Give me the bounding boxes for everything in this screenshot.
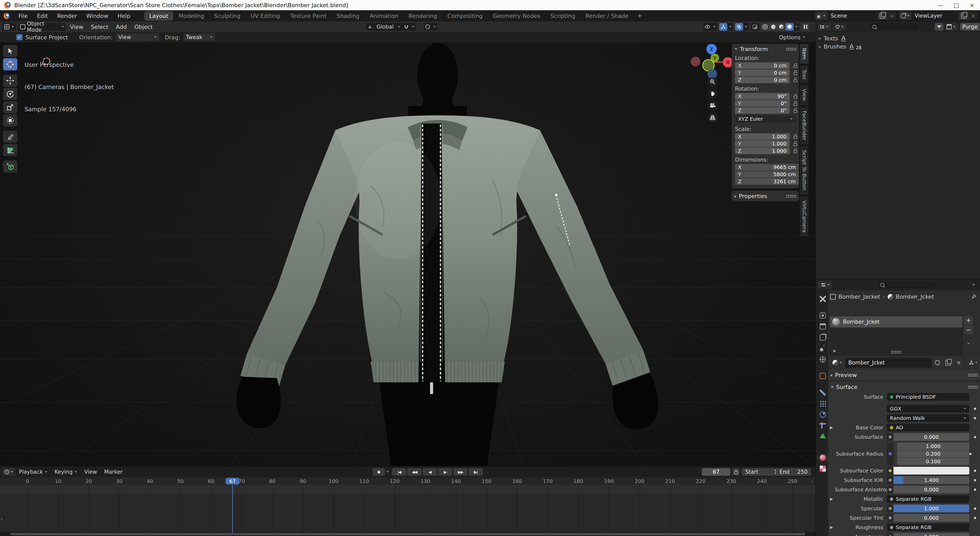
- node-link-field[interactable]: Separate RGB: [887, 523, 969, 531]
- dropdown-field[interactable]: GGX: [887, 405, 969, 412]
- lock-icon[interactable]: [793, 134, 798, 139]
- material-slot-list[interactable]: Bomber_Jcket ▶: [829, 316, 963, 355]
- next-keyframe[interactable]: ▶▶: [453, 468, 468, 476]
- delete-viewlayer-button[interactable]: ×: [969, 12, 978, 20]
- playhead-tag[interactable]: 67: [226, 478, 239, 484]
- node-link-field[interactable]: Principled BSDF: [887, 393, 969, 401]
- workspace-tab[interactable]: Rendering: [404, 11, 442, 21]
- copy-material-button[interactable]: [943, 358, 953, 367]
- delete-scene-button[interactable]: ×: [887, 12, 897, 20]
- slot-specials-dropdown[interactable]: [964, 339, 973, 348]
- panel-drag-grip[interactable]: [786, 194, 796, 197]
- list-resize-grip[interactable]: [891, 350, 901, 353]
- decorator-dot[interactable]: [969, 517, 980, 519]
- minimize-button[interactable]: —: [932, 0, 948, 10]
- add-workspace-button[interactable]: +: [634, 12, 646, 19]
- panel-drag-grip[interactable]: [968, 385, 978, 388]
- maximize-button[interactable]: □: [948, 0, 964, 10]
- lock-icon[interactable]: [793, 101, 798, 106]
- sidebar-tab[interactable]: FaceBuilder: [800, 107, 808, 145]
- transform-panel-header[interactable]: Transform: [732, 45, 799, 53]
- viewport-menu-item[interactable]: Select: [87, 24, 112, 30]
- axis-x-button[interactable]: X: [723, 57, 733, 67]
- sidebar-tab[interactable]: VirtuCamera: [800, 196, 808, 237]
- lock-icon[interactable]: [793, 70, 798, 75]
- workspace-tab[interactable]: Animation: [364, 11, 403, 21]
- new-scene-button[interactable]: [877, 12, 887, 20]
- decorator-dot[interactable]: [969, 470, 980, 472]
- jump-to-start[interactable]: |◀: [392, 468, 406, 476]
- properties-tab[interactable]: [818, 411, 828, 418]
- shading-dropdown[interactable]: [794, 23, 799, 31]
- surface-project-checkbox[interactable]: ✓: [16, 34, 22, 40]
- workspace-tab[interactable]: Shading: [331, 11, 364, 21]
- list-expand-icon[interactable]: ▶: [833, 348, 836, 353]
- value-slider[interactable]: 0.200: [897, 450, 969, 458]
- panel-drag-grip[interactable]: [968, 374, 978, 377]
- properties-subpanel-header[interactable]: ▸ Properties: [732, 192, 799, 200]
- options-dropdown[interactable]: Options: [779, 34, 805, 41]
- filter-button[interactable]: [935, 23, 943, 31]
- node-link-field[interactable]: AO: [887, 424, 969, 431]
- decorator-dot[interactable]: [969, 507, 980, 510]
- sidebar-tab[interactable]: Tool: [800, 65, 808, 83]
- material-link-dropdown[interactable]: [967, 358, 980, 367]
- menu-item[interactable]: Window: [82, 13, 113, 19]
- viewlayer-icon[interactable]: [899, 12, 912, 20]
- camera-view-button[interactable]: [708, 100, 718, 111]
- outliner-row[interactable]: ▸ Brushes 28: [816, 42, 980, 51]
- axis-z-button[interactable]: Z: [706, 44, 717, 54]
- material-slot-selected[interactable]: Bomber_Jcket: [830, 316, 963, 328]
- value-slider[interactable]: 0.000: [894, 486, 969, 493]
- breadcrumb-material[interactable]: Bomber_Jcket: [896, 294, 934, 300]
- workspace-tab[interactable]: Layout: [144, 11, 173, 21]
- scale-field[interactable]: X1.000: [735, 133, 790, 140]
- proportional-edit-icon[interactable]: [424, 23, 432, 31]
- workspace-tab[interactable]: Geometry Nodes: [488, 11, 546, 21]
- remove-slot-button[interactable]: −: [964, 326, 973, 334]
- viewport-3d[interactable]: User Perspective (67) Cameras | Bomber_J…: [0, 42, 815, 466]
- panel-drag-grip[interactable]: [786, 48, 796, 51]
- dimension-field[interactable]: Y5800 cm: [735, 171, 799, 178]
- show-overlays-icon[interactable]: [735, 23, 743, 31]
- playhead-line[interactable]: [232, 485, 233, 533]
- node-socket[interactable]: [887, 476, 894, 484]
- orientation-dropdown[interactable]: View: [116, 33, 159, 41]
- timeline-menu-item[interactable]: Marker: [100, 469, 126, 475]
- node-socket[interactable]: [887, 504, 894, 512]
- scene-icon[interactable]: [815, 12, 828, 20]
- node-socket[interactable]: [887, 514, 894, 522]
- lock-icon[interactable]: [793, 94, 798, 99]
- cursor-3d-tool[interactable]: [3, 58, 18, 70]
- color-swatch[interactable]: [894, 467, 969, 474]
- visibility-dropdown[interactable]: [711, 23, 717, 31]
- measure-tool[interactable]: [3, 144, 18, 156]
- rotation-field[interactable]: Y0°: [735, 100, 790, 107]
- workspace-tab[interactable]: Texture Paint: [285, 11, 331, 21]
- outliner-row[interactable]: ▸ Texts: [816, 34, 980, 42]
- dimension-field[interactable]: X9665 cm: [735, 164, 799, 170]
- timeline-menu-item[interactable]: View: [81, 469, 100, 475]
- menu-item[interactable]: Help: [113, 13, 135, 19]
- snap-options-dropdown[interactable]: [410, 23, 416, 31]
- node-socket[interactable]: [887, 467, 894, 474]
- transform-tool[interactable]: [3, 115, 18, 127]
- surface-panel-header[interactable]: Surface: [828, 382, 980, 392]
- add-slot-button[interactable]: +: [964, 316, 973, 324]
- timeline-tracks[interactable]: ›: [0, 485, 815, 533]
- workspace-tab[interactable]: Sculpting: [209, 11, 246, 21]
- material-name-field[interactable]: Bomber_Jcket: [845, 358, 932, 367]
- location-field[interactable]: Y0 cm: [735, 69, 790, 76]
- viewport-menu-item[interactable]: Object: [130, 24, 157, 30]
- xray-toggle[interactable]: [751, 23, 759, 31]
- unlink-material-button[interactable]: ×: [953, 358, 964, 367]
- node-socket[interactable]: [887, 433, 894, 441]
- sidebar-tab[interactable]: Script To Button: [800, 146, 808, 195]
- value-slider[interactable]: 1.400: [894, 476, 969, 484]
- auto-keying-button[interactable]: [372, 468, 385, 476]
- scale-field[interactable]: Y1.000: [735, 140, 790, 147]
- value-slider[interactable]: 0.000: [894, 433, 969, 441]
- viewport-menu-item[interactable]: Add: [112, 24, 130, 30]
- dimension-field[interactable]: Z3261 cm: [735, 178, 799, 185]
- properties-tab[interactable]: [818, 356, 828, 363]
